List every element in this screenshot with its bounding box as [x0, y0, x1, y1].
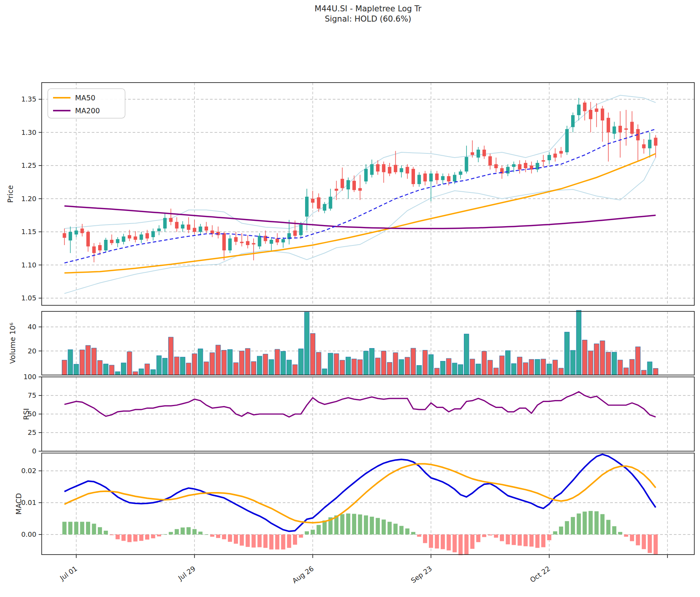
- volume-bar: [618, 360, 623, 375]
- volume-bar: [565, 332, 570, 375]
- candle-body: [489, 156, 492, 166]
- date-tick-label: Sep 23: [409, 564, 433, 584]
- candle-body: [589, 110, 592, 119]
- macd-histogram-bar-negative: [435, 534, 439, 549]
- macd-histogram-bar-negative: [648, 534, 652, 553]
- volume-bar: [529, 359, 534, 375]
- macd-histogram-bar-negative: [630, 534, 634, 541]
- volume-bar: [210, 353, 215, 375]
- candle-body: [163, 218, 167, 228]
- volume-bar: [381, 351, 386, 375]
- macd-histogram-bar-positive: [559, 527, 563, 534]
- volume-bar: [624, 368, 629, 375]
- candle-body: [512, 164, 515, 167]
- volume-bar: [494, 368, 499, 375]
- macd-histogram-bar-negative: [269, 534, 274, 549]
- volume-bar: [204, 362, 209, 375]
- volume-bar: [636, 347, 640, 375]
- macd-histogram-bar-negative: [654, 534, 658, 554]
- volume-bar: [328, 353, 333, 375]
- volume-bar: [600, 341, 605, 375]
- macd-histogram-bar-negative: [506, 534, 510, 544]
- macd-histogram-bar-negative: [636, 534, 640, 545]
- macd-histogram-bar-negative: [133, 534, 138, 541]
- macd-histogram-bar-positive: [340, 514, 345, 534]
- candle-body: [134, 236, 137, 240]
- volume-bar: [186, 363, 191, 375]
- rsi-tick-label: 0: [32, 447, 36, 455]
- chart-signal-subtitle: Signal: HOLD (60.6%): [325, 14, 411, 23]
- candle-body: [346, 180, 350, 190]
- candle-body: [128, 235, 131, 239]
- candle-body: [246, 241, 249, 245]
- macd-histogram-bar-negative: [642, 534, 646, 549]
- ma50-line: [64, 154, 656, 273]
- candle-body: [518, 164, 521, 170]
- candle-body: [92, 247, 96, 253]
- macd-histogram-bar-negative: [281, 534, 285, 549]
- candle-body: [252, 243, 255, 245]
- candle-body: [607, 118, 610, 133]
- volume-bar: [269, 359, 274, 375]
- macd-histogram-bar-negative: [122, 534, 126, 541]
- volume-bar: [411, 348, 416, 375]
- candle-body: [199, 227, 202, 232]
- macd-layer: [63, 454, 658, 555]
- macd-histogram-bar-positive: [80, 522, 84, 534]
- volume-bars-layer: [62, 310, 658, 375]
- candle-body: [282, 239, 285, 242]
- volume-bar: [257, 356, 262, 375]
- macd-histogram-bar-negative: [234, 534, 238, 544]
- candle-body: [453, 175, 456, 182]
- macd-histogram-bar-negative: [523, 534, 528, 546]
- volume-bar: [642, 370, 647, 375]
- macd-histogram-bar-positive: [311, 530, 315, 534]
- macd-histogram-bar-negative: [151, 534, 155, 538]
- volume-bar: [281, 351, 286, 375]
- volume-bar: [304, 312, 309, 375]
- macd-histogram-bar-negative: [541, 534, 545, 547]
- macd-histogram-bar-negative: [263, 534, 268, 548]
- volume-bar: [322, 369, 327, 375]
- candle-body: [400, 168, 403, 172]
- candle-body: [619, 126, 622, 133]
- candle-body: [565, 129, 568, 152]
- macd-histogram-bar-negative: [482, 534, 486, 537]
- candle-body: [175, 222, 179, 229]
- candle-body: [459, 172, 462, 175]
- candle-body: [187, 225, 190, 230]
- volume-bar: [287, 360, 292, 375]
- volume-bar: [340, 360, 345, 375]
- macd-histogram-bar-negative: [547, 534, 551, 540]
- macd-histogram-bar-positive: [92, 524, 96, 534]
- macd-histogram-bar-positive: [364, 516, 368, 534]
- candle-body: [205, 227, 208, 231]
- volume-bar: [482, 351, 487, 375]
- macd-histogram-bar-positive: [370, 517, 374, 534]
- candle-body: [116, 239, 119, 243]
- macd-histogram-bar-positive: [405, 528, 409, 534]
- volume-bar: [163, 358, 168, 375]
- legend: MA50 MA200: [48, 89, 125, 118]
- volume-bar: [352, 359, 357, 375]
- macd-histogram-bar-negative: [139, 534, 143, 541]
- volume-bar: [316, 352, 321, 375]
- volume-bar: [263, 354, 268, 375]
- price-tick-label: 1.30: [21, 128, 36, 136]
- macd-histogram-bar-negative: [447, 534, 451, 550]
- rsi-tick-label: 100: [23, 373, 36, 381]
- volume-bar: [435, 368, 440, 375]
- macd-histogram-bar-negative: [512, 534, 516, 545]
- candlestick-layer: [63, 98, 657, 263]
- price-tick-label: 1.35: [21, 95, 36, 103]
- volume-bar: [553, 360, 558, 375]
- candle-body: [98, 245, 102, 250]
- candle-body: [234, 237, 238, 242]
- macd-histogram-bar-negative: [145, 534, 149, 539]
- rsi-axis-label: RSI: [22, 408, 30, 420]
- macd-histogram-bar-negative: [464, 534, 468, 555]
- macd-histogram-bar-negative: [518, 534, 522, 545]
- candle-body: [595, 109, 598, 112]
- macd-histogram-bar-positive: [323, 520, 327, 534]
- macd-tick-label: 0.00: [21, 530, 36, 538]
